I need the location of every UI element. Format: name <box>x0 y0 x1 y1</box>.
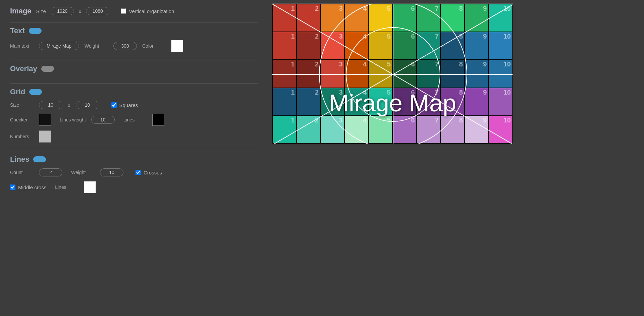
overlay-section-title: Overlay <box>10 64 37 73</box>
image-section: Image Size x Vertical organization <box>10 7 258 15</box>
grid-cell: 7 <box>417 116 441 144</box>
grid-section-header: Grid <box>10 88 258 96</box>
grid-cell: 4 <box>344 4 369 32</box>
grid-cell: 5 <box>368 88 392 116</box>
grid-cell: 10 <box>488 88 513 116</box>
grid-cell: 8 <box>440 4 465 32</box>
separator-2 <box>10 60 258 60</box>
crosses-checkbox[interactable] <box>136 170 141 175</box>
grid-cell: 4 <box>344 88 369 116</box>
text-section: Text Main text Weight Color <box>10 27 258 55</box>
text-section-title: Text <box>10 27 25 35</box>
grid-x-sep: x <box>68 102 70 108</box>
grid-cell: 6 <box>392 116 417 144</box>
text-section-header: Text <box>10 27 258 35</box>
lines-weight-input[interactable] <box>100 168 123 176</box>
main-text-label: Main text <box>10 43 34 49</box>
vertical-org-label: Vertical organization <box>129 8 174 14</box>
grid-cell: 7 <box>417 4 441 32</box>
grid-lines-color-swatch[interactable] <box>152 114 164 126</box>
overlay-section-header: Overlay <box>10 64 258 73</box>
lines-section: Lines Count Weight Crosses Middle cross … <box>10 155 258 193</box>
grid-cell: 1 <box>272 4 297 32</box>
grid-cell: 9 <box>465 88 489 116</box>
grid-lines-label: Lines <box>123 117 147 122</box>
grid-numbers-row: Numbers <box>10 130 258 143</box>
lines-weight-label2: Weight <box>71 170 95 175</box>
grid-cell: 6 <box>392 4 417 32</box>
grid-cell: 1 <box>272 60 297 88</box>
numbers-color-swatch[interactable] <box>39 130 51 143</box>
grid-cell: 3 <box>320 88 344 116</box>
grid-cell: 4 <box>344 32 369 60</box>
text-color-swatch[interactable] <box>171 40 183 52</box>
squares-checkbox[interactable] <box>111 102 117 108</box>
grid-rows: Size x Squares Checker Lines weight Line… <box>10 101 258 143</box>
image-width-input[interactable] <box>51 7 74 15</box>
checker-color-swatch[interactable] <box>39 114 51 126</box>
main-text-input[interactable] <box>39 42 79 50</box>
lines-rows: Count Weight Crosses Middle cross Lines <box>10 168 258 193</box>
lines-toggle[interactable] <box>33 156 46 162</box>
vertical-org-checkbox[interactable] <box>121 8 126 14</box>
grid-size-w-input[interactable] <box>39 101 62 109</box>
grid-cell: 10 <box>488 116 513 144</box>
grid-size-label: Size <box>10 102 34 108</box>
grid-cell: 3 <box>320 32 344 60</box>
grid-cell: 7 <box>417 88 441 116</box>
grid-cell: 2 <box>297 32 321 60</box>
grid-cell: 5 <box>368 60 392 88</box>
image-height-input[interactable] <box>86 7 109 15</box>
grid-cell: 9 <box>465 116 489 144</box>
grid-cell: 6 <box>392 60 417 88</box>
grid-cell: 9 <box>465 60 489 88</box>
color-label: Color <box>142 43 166 49</box>
overlay-toggle[interactable] <box>41 66 54 72</box>
lines-weight-label: Lines weight <box>60 117 86 122</box>
grid-cell: 9 <box>465 32 489 60</box>
grid-cell: 8 <box>440 116 465 144</box>
middle-cross-label: Middle cross <box>18 185 46 190</box>
grid-section-title: Grid <box>10 88 25 96</box>
grid-cell: 6 <box>392 32 417 60</box>
grid-cell: 7 <box>417 32 441 60</box>
grid-cell: 5 <box>368 116 392 144</box>
middle-cross-checkbox[interactable] <box>10 185 15 190</box>
weight-input[interactable] <box>113 42 137 50</box>
grid-lines-weight-input[interactable] <box>91 116 115 124</box>
preview-canvas: 1234567891012345678910123456789101234567… <box>272 3 513 144</box>
middle-cross-area: Middle cross <box>10 185 46 190</box>
separator-4 <box>10 148 258 148</box>
left-panel: Image Size x Vertical organization Text … <box>0 0 268 316</box>
grid-toggle[interactable] <box>29 89 42 95</box>
grid-cell: 3 <box>320 60 344 88</box>
grid-checker-row: Checker Lines weight Lines <box>10 114 258 126</box>
grid-cell: 2 <box>297 4 321 32</box>
checker-label: Checker <box>10 117 34 122</box>
grid-cell: 1 <box>272 88 297 116</box>
overlay-section: Overlay <box>10 64 258 78</box>
grid-cell: 5 <box>368 4 392 32</box>
size-label: Size <box>36 8 46 14</box>
text-toggle[interactable] <box>29 28 42 34</box>
grid-background: 1234567891012345678910123456789101234567… <box>272 4 513 144</box>
grid-cell: 3 <box>320 116 344 144</box>
grid-size-row: Size x Squares <box>10 101 258 109</box>
grid-cell: 10 <box>488 4 513 32</box>
lines-count-row: Count Weight Crosses <box>10 168 258 176</box>
right-panel: 1234567891012345678910123456789101234567… <box>268 0 644 316</box>
text-main-row: Main text Weight Color <box>10 40 258 52</box>
grid-size-h-input[interactable] <box>76 101 99 109</box>
lines-section-header: Lines <box>10 155 258 164</box>
grid-section: Grid Size x Squares Checker Lines weight… <box>10 88 258 143</box>
grid-cell: 1 <box>272 32 297 60</box>
grid-cell: 5 <box>368 32 392 60</box>
count-input[interactable] <box>39 168 62 176</box>
grid-cell: 9 <box>465 4 489 32</box>
weight-label: Weight <box>85 43 108 49</box>
lines-color-swatch[interactable] <box>84 181 96 193</box>
numbers-label: Numbers <box>10 134 34 139</box>
lines-section-title: Lines <box>10 155 29 164</box>
grid-cell: 10 <box>488 32 513 60</box>
grid-cell: 8 <box>440 88 465 116</box>
